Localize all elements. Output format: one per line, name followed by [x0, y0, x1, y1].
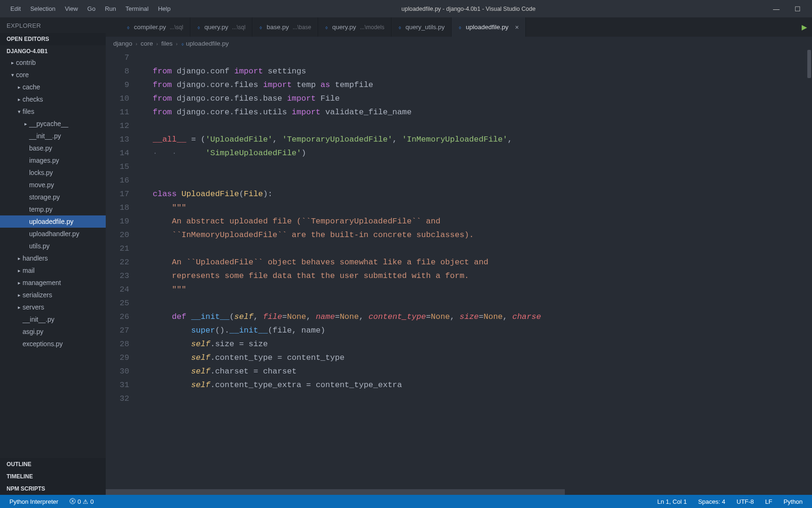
code-line[interactable]: An ``UploadedFile`` object behaves somew…: [153, 255, 812, 269]
run-icon[interactable]: ▶: [802, 23, 807, 32]
code-line[interactable]: [153, 174, 812, 187]
tab-base-py[interactable]: ⬨base.py...\base: [252, 17, 318, 37]
code-line[interactable]: ``InMemoryUploadedFile`` are the built-i…: [153, 228, 812, 242]
code-line[interactable]: def __init__(self, file=None, name=None,…: [153, 310, 812, 324]
chevron-right-icon[interactable]: [9, 56, 16, 69]
status-interpreter[interactable]: Python Interpreter: [6, 498, 62, 505]
chevron-right-icon[interactable]: [16, 301, 23, 313]
chevron-right-icon[interactable]: [16, 252, 23, 264]
chevron-down-icon[interactable]: [16, 105, 23, 118]
menu-bar: EditSelectionViewGoRunTerminalHelp: [0, 0, 175, 17]
code-line[interactable]: """: [153, 201, 812, 214]
tab-uploadedfile-py[interactable]: ⬨uploadedfile.py×: [452, 17, 526, 37]
tree-item-utils-py[interactable]: utils.py: [0, 240, 106, 252]
code-editor[interactable]: 7891011121314151617181920212223242526272…: [106, 50, 812, 495]
code-line[interactable]: from django.core.files.utils import vali…: [153, 105, 812, 119]
code-content[interactable]: from django.conf import settingsfrom dja…: [139, 51, 812, 405]
tree-item-cache[interactable]: cache: [0, 81, 106, 93]
code-line[interactable]: __all__ = ('UploadedFile', 'TemporaryUpl…: [153, 133, 812, 146]
code-line[interactable]: self.content_type_extra = content_type_e…: [153, 378, 812, 392]
menu-view[interactable]: View: [60, 0, 83, 17]
chevron-right-icon[interactable]: [16, 93, 23, 105]
tree-item-core[interactable]: core: [0, 69, 106, 81]
code-line[interactable]: [153, 51, 812, 64]
chevron-right-icon[interactable]: [16, 277, 23, 289]
breadcrumb-item[interactable]: django›: [113, 40, 141, 47]
code-line[interactable]: self.charset = charset: [153, 365, 812, 378]
status-language[interactable]: Python: [780, 498, 806, 505]
status-encoding[interactable]: UTF-8: [733, 498, 758, 505]
tree-item-files[interactable]: files: [0, 105, 106, 118]
code-line[interactable]: super().__init__(file, name): [153, 324, 812, 337]
code-line[interactable]: from django.core.files import temp as te…: [153, 78, 812, 92]
code-line[interactable]: [153, 296, 812, 310]
menu-selection[interactable]: Selection: [25, 0, 60, 17]
timeline-section[interactable]: TIMELINE: [0, 470, 106, 483]
tree-item-serializers[interactable]: serializers: [0, 289, 106, 301]
open-editors-section[interactable]: OPEN EDITORS: [0, 33, 106, 45]
chevron-right-icon[interactable]: [16, 81, 23, 93]
tree-item-checks[interactable]: checks: [0, 93, 106, 105]
tree-item-base-py[interactable]: base.py: [0, 142, 106, 154]
breadcrumb-item[interactable]: core›: [141, 40, 161, 47]
status-indent[interactable]: Spaces: 4: [695, 498, 729, 505]
close-icon[interactable]: ×: [515, 24, 519, 31]
tree-item-storage-py[interactable]: storage.py: [0, 191, 106, 203]
code-line[interactable]: """: [153, 283, 812, 296]
code-line[interactable]: from django.conf import settings: [153, 64, 812, 78]
status-eol[interactable]: LF: [761, 498, 776, 505]
tree-item-asgi-py[interactable]: asgi.py: [0, 325, 106, 338]
breadcrumbs[interactable]: django›core›files›⬨uploadedfile.py: [106, 37, 812, 50]
tree-item-mail[interactable]: mail: [0, 264, 106, 277]
chevron-right-icon[interactable]: [23, 118, 29, 130]
tree-item-uploadhandler-py[interactable]: uploadhandler.py: [0, 228, 106, 240]
code-line[interactable]: [153, 392, 812, 405]
status-problems[interactable]: ⓧ0 ⚠0: [66, 497, 97, 506]
tree-item-locks-py[interactable]: locks.py: [0, 167, 106, 179]
tree-item-contrib[interactable]: contrib: [0, 56, 106, 69]
menu-run[interactable]: Run: [100, 0, 121, 17]
code-line[interactable]: [153, 160, 812, 174]
menu-edit[interactable]: Edit: [6, 0, 25, 17]
code-line[interactable]: self.size = size: [153, 337, 812, 351]
tree-item-images-py[interactable]: images.py: [0, 154, 106, 167]
project-root[interactable]: DJANGO-4.0B1: [0, 45, 106, 56]
minimap-scrollbar[interactable]: [807, 50, 811, 78]
tree-item-uploadedfile-py[interactable]: uploadedfile.py: [0, 215, 106, 228]
tree-item--init-py[interactable]: __init__.py: [0, 313, 106, 325]
tab-compiler-py[interactable]: ⬨compiler.py...\sql: [120, 17, 190, 37]
tree-item-handlers[interactable]: handlers: [0, 252, 106, 264]
code-line[interactable]: [153, 242, 812, 255]
minimize-icon[interactable]: —: [770, 5, 782, 13]
menu-help[interactable]: Help: [153, 0, 175, 17]
chevron-down-icon[interactable]: [9, 69, 16, 81]
tab-query-py[interactable]: ⬨query.py...\models: [318, 17, 391, 37]
menu-terminal[interactable]: Terminal: [121, 0, 153, 17]
chevron-right-icon[interactable]: [16, 264, 23, 277]
npm-scripts-section[interactable]: NPM SCRIPTS: [0, 483, 106, 495]
tree-item-management[interactable]: management: [0, 277, 106, 289]
tab-query_utils-py[interactable]: ⬨query_utils.py: [391, 17, 452, 37]
code-line[interactable]: class UploadedFile(File):: [153, 187, 812, 201]
tree-item-servers[interactable]: servers: [0, 301, 106, 313]
tree-item-exceptions-py[interactable]: exceptions.py: [0, 338, 106, 350]
breadcrumb-item[interactable]: ⬨uploadedfile.py: [181, 40, 229, 47]
code-line[interactable]: · · 'SimpleUploadedFile'): [153, 146, 812, 160]
tree-item--init-py[interactable]: __init__.py: [0, 130, 106, 142]
code-line[interactable]: self.content_type = content_type: [153, 351, 812, 365]
chevron-right-icon[interactable]: [16, 289, 23, 301]
tree-item-move-py[interactable]: move.py: [0, 179, 106, 191]
breadcrumb-item[interactable]: files›: [161, 40, 181, 47]
tree-item--pycache-[interactable]: __pycache__: [0, 118, 106, 130]
code-line[interactable]: [153, 119, 812, 133]
outline-section[interactable]: OUTLINE: [0, 458, 106, 470]
code-line[interactable]: An abstract uploaded file (``TemporaryUp…: [153, 214, 812, 228]
horizontal-scrollbar[interactable]: [106, 489, 565, 495]
tab-query-py[interactable]: ⬨query.py...\sql: [190, 17, 252, 37]
code-line[interactable]: represents some file data that the user …: [153, 269, 812, 283]
tree-item-temp-py[interactable]: temp.py: [0, 203, 106, 215]
status-cursor-pos[interactable]: Ln 1, Col 1: [654, 498, 691, 505]
code-line[interactable]: from django.core.files.base import File: [153, 92, 812, 105]
maximize-icon[interactable]: ☐: [792, 5, 804, 13]
menu-go[interactable]: Go: [83, 0, 100, 17]
